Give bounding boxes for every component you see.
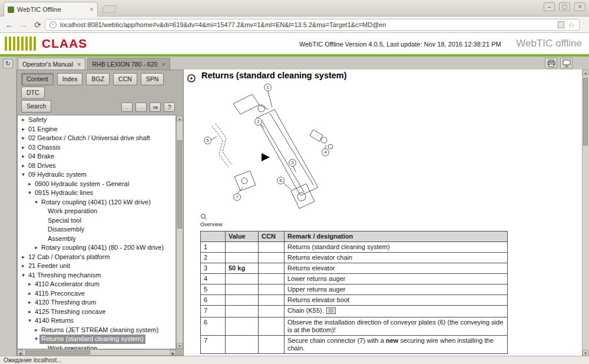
sync-location-button[interactable] — [187, 74, 196, 82]
tree-collapsed-icon[interactable]: ▸ — [20, 253, 27, 262]
table-row[interactable]: 6Observe the installation direction of c… — [201, 317, 508, 336]
content-vertical-scrollbar[interactable]: ▲ ▼ — [582, 70, 589, 356]
nav-last-button[interactable]: ⇒ — [150, 102, 161, 112]
url-bar[interactable]: i localhost:8081/webtic/app/home#v&di=61… — [45, 19, 580, 31]
tree-item[interactable]: ▾Rotary coupling (4041) (120 kW drive) — [18, 198, 176, 207]
tree-collapsed-icon[interactable]: ▸ — [33, 243, 39, 253]
tree-item[interactable]: Special tool — [18, 216, 176, 226]
tree-item[interactable]: ▸4120 Threshing drum — [18, 298, 176, 307]
scroll-down-icon[interactable]: ▼ — [177, 343, 183, 349]
tree-item[interactable]: ▸Safety — [18, 115, 176, 125]
tree-collapsed-icon[interactable]: ▸ — [27, 307, 33, 317]
panel-refresh-button[interactable]: ↻ — [3, 59, 13, 68]
tree-expanded-icon[interactable]: ▾ — [20, 170, 27, 180]
search-button[interactable]: Search — [21, 100, 51, 112]
table-row[interactable]: 1Returns (standard cleaning system) — [201, 242, 508, 253]
tab-close-icon[interactable]: × — [90, 5, 94, 14]
maximize-button[interactable]: ▢ — [559, 2, 570, 11]
browser-reload-button[interactable]: ⟳ — [32, 19, 44, 31]
save-page-icon[interactable] — [558, 21, 564, 28]
scroll-down-icon[interactable]: ▼ — [583, 350, 588, 356]
table-row[interactable]: 2Returns elevator chain — [201, 253, 508, 263]
table-row[interactable]: 6Returns elevator boot — [201, 295, 508, 306]
sidebar-tab-spn[interactable]: SPN — [141, 73, 164, 85]
sidebar-vertical-scrollbar[interactable]: ▲ ▼ — [176, 115, 183, 349]
tree-collapsed-icon[interactable]: ▸ — [27, 289, 33, 299]
tree-expanded-icon[interactable]: ▾ — [33, 335, 39, 344]
tree-collapsed-icon[interactable]: ▸ — [20, 125, 27, 134]
table-row[interactable]: 7Secure chain connector (7) with a new s… — [201, 336, 508, 354]
tree-collapsed-icon[interactable]: ▸ — [33, 326, 39, 335]
scroll-up-icon[interactable]: ▲ — [583, 70, 588, 75]
sidebar-tab-dtc[interactable]: DTC — [21, 87, 45, 99]
table-row[interactable]: 350 kgReturns elevator — [201, 263, 508, 274]
tree-item[interactable]: ▾4140 Returns — [18, 316, 176, 326]
tree-item[interactable]: ▸4125 Threshing concave — [18, 307, 176, 317]
minimize-button[interactable]: – — [544, 2, 555, 11]
tree-expanded-icon[interactable]: ▾ — [20, 271, 27, 280]
url-text[interactable]: localhost:8081/webtic/app/home#v&di=619&… — [60, 21, 554, 28]
tree-item[interactable]: ▾Returns (standard cleaning system) — [18, 335, 176, 344]
tree-expanded-icon[interactable]: ▾ — [27, 316, 33, 326]
tree-item[interactable]: ▸Returns (JET STREAM cleaning system) — [18, 326, 176, 335]
help-button[interactable]: ? — [164, 102, 175, 112]
close-button[interactable]: × — [574, 2, 585, 11]
tree-item[interactable]: ▸02 Gearbox / Clutch / Universal drive s… — [18, 134, 176, 143]
tree-collapsed-icon[interactable]: ▸ — [20, 262, 27, 271]
sidebar-tab-bgz[interactable]: BGZ — [86, 73, 110, 85]
sidebar-tab-index[interactable]: Index — [57, 73, 83, 85]
site-info-icon[interactable]: i — [49, 21, 57, 28]
tree-item[interactable]: ▸4115 Preconcave — [18, 289, 176, 299]
tree-item[interactable]: ▾09 Hydraulic system — [18, 170, 176, 180]
tree-collapsed-icon[interactable]: ▸ — [27, 280, 33, 289]
bookmark-star-icon[interactable]: ☆ — [568, 21, 575, 29]
tree-expanded-icon[interactable]: ▾ — [33, 198, 39, 207]
browser-forward-button[interactable]: → — [18, 19, 29, 31]
table-row[interactable]: 4Lower returns auger — [201, 274, 508, 284]
zoom-icon[interactable] — [200, 213, 207, 220]
tree-item[interactable]: ▸Rotary coupling (4041) (80 - 200 kW dri… — [18, 243, 176, 253]
scrollbar-thumb[interactable] — [177, 140, 182, 229]
display-button[interactable] — [560, 58, 573, 68]
tree-collapsed-icon[interactable]: ▸ — [20, 161, 27, 171]
nav-next-button[interactable]: → — [135, 102, 147, 112]
tree-collapsed-icon[interactable]: ▸ — [20, 115, 27, 125]
tree-collapsed-icon[interactable]: ▸ — [27, 180, 33, 189]
tree-item[interactable]: ▸21 Feeder unit — [18, 262, 176, 271]
tree-item[interactable]: ▾41 Threshing mechanism — [18, 271, 176, 280]
print-button[interactable] — [545, 58, 557, 68]
tree-item[interactable]: ▸04 Brake — [18, 152, 176, 161]
sidebar-tab-content[interactable]: Content — [21, 73, 54, 85]
browser-tab[interactable]: WebTIC Offline × — [4, 2, 98, 16]
scrollbar-thumb[interactable] — [25, 350, 90, 355]
new-tab-button[interactable] — [102, 5, 117, 13]
tree-item[interactable]: Disassembly — [18, 225, 176, 234]
scrollbar-thumb[interactable] — [583, 78, 588, 145]
tree-item[interactable]: Assembly — [18, 234, 176, 244]
tree-collapsed-icon[interactable]: ▸ — [20, 152, 27, 161]
tree-collapsed-icon[interactable]: ▸ — [27, 298, 33, 307]
tree-item[interactable]: ▸01 Engine — [18, 125, 176, 134]
close-icon[interactable]: × — [77, 61, 81, 68]
table-row[interactable]: 5Upper returns auger — [201, 284, 508, 295]
doc-tab[interactable]: RHB LEXION 780 - 620× — [87, 58, 170, 70]
scroll-left-icon[interactable]: ◀ — [17, 350, 23, 355]
scroll-right-icon[interactable]: ▶ — [170, 350, 176, 355]
tree-item[interactable]: ▾0915 Hydraulic lines — [18, 188, 176, 198]
table-row[interactable]: 7Chain (K55). — [201, 306, 508, 317]
tree-item[interactable]: ▸03 Chassis — [18, 143, 176, 153]
close-icon[interactable]: × — [161, 61, 165, 68]
tree-item[interactable]: ▸4110 Accelerator drum — [18, 280, 176, 289]
browser-back-button[interactable]: ← — [4, 19, 15, 31]
sidebar-tab-ccn[interactable]: CCN — [113, 73, 137, 85]
tree-collapsed-icon[interactable]: ▸ — [20, 143, 27, 153]
tree-item[interactable]: ▸0900 Hydraulic system - General — [18, 180, 176, 189]
tree-collapsed-icon[interactable]: ▸ — [20, 134, 27, 143]
tree-item[interactable]: ▸08 Drives — [18, 161, 176, 171]
sidebar-horizontal-scrollbar[interactable]: ◀ ▶ — [17, 349, 176, 355]
nav-prev-button[interactable]: ← — [121, 102, 133, 112]
chain-link-icon[interactable] — [326, 307, 336, 316]
doc-tab[interactable]: Operator's Manual× — [18, 58, 85, 70]
tree-item[interactable]: ▸12 Cab / Operator's platform — [18, 253, 176, 262]
tree-item[interactable]: Work preparation — [18, 207, 176, 216]
